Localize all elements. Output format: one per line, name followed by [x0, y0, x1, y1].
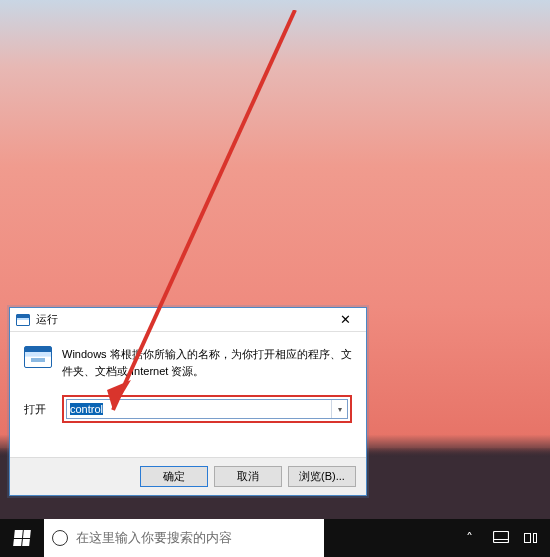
browse-button[interactable]: 浏览(B)... [288, 466, 356, 487]
titlebar: 运行 ✕ [10, 308, 366, 332]
task-view-icon[interactable] [524, 533, 542, 543]
dialog-body: Windows 将根据你所输入的名称，为你打开相应的程序、文件夹、文档或 Int… [10, 332, 366, 423]
cancel-button[interactable]: 取消 [214, 466, 282, 487]
open-combobox[interactable]: ▾ [66, 399, 348, 419]
dialog-title: 运行 [36, 312, 58, 327]
chevron-down-icon: ▾ [338, 405, 342, 414]
taskbar: 在这里输入你要搜索的内容 ˄ [0, 519, 550, 557]
dropdown-arrow-icon[interactable]: ▾ [331, 400, 347, 418]
windows-logo-icon [13, 530, 31, 546]
close-button[interactable]: ✕ [328, 310, 362, 330]
close-icon: ✕ [340, 312, 351, 327]
button-bar: 确定 取消 浏览(B)... [10, 457, 366, 495]
run-dialog: 运行 ✕ Windows 将根据你所输入的名称，为你打开相应的程序、文件夹、文档… [9, 307, 367, 496]
taskbar-search[interactable]: 在这里输入你要搜索的内容 [44, 519, 324, 557]
start-button[interactable] [0, 519, 44, 557]
input-highlight-box: ▾ [62, 395, 352, 423]
cortana-icon [52, 530, 68, 546]
ok-button[interactable]: 确定 [140, 466, 208, 487]
touchpad-icon[interactable] [492, 530, 510, 546]
svg-rect-2 [494, 532, 509, 543]
chevron-up-icon[interactable]: ˄ [460, 530, 478, 546]
run-large-icon [24, 346, 52, 368]
open-label: 打开 [24, 402, 54, 417]
run-icon [16, 314, 30, 326]
open-input[interactable] [67, 400, 331, 418]
desktop-background: 运行 ✕ Windows 将根据你所输入的名称，为你打开相应的程序、文件夹、文档… [0, 0, 550, 557]
dialog-description: Windows 将根据你所输入的名称，为你打开相应的程序、文件夹、文档或 Int… [62, 346, 352, 379]
taskbar-tray: ˄ [460, 519, 550, 557]
search-placeholder: 在这里输入你要搜索的内容 [76, 529, 232, 547]
